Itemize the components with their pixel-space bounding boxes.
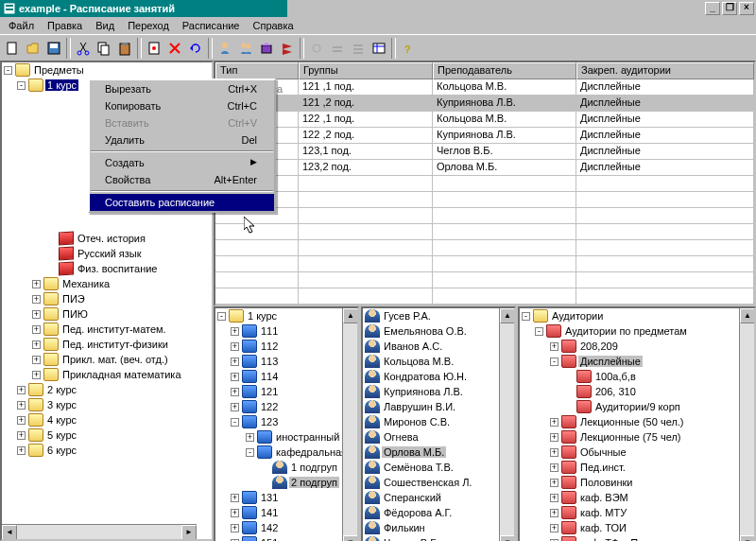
tree-folder[interactable]: Механика: [60, 278, 112, 289]
vscrollbar[interactable]: ▲▼: [499, 308, 514, 541]
ctx-make-schedule[interactable]: Составить расписание: [90, 194, 274, 211]
group-folder[interactable]: 142: [259, 522, 280, 533]
room-cat[interactable]: Половинки: [578, 477, 634, 488]
vscrollbar[interactable]: ▲▼: [342, 308, 357, 541]
tree-subject[interactable]: Физ. воспитание: [76, 263, 159, 274]
tree-folder[interactable]: Пед. институт-физики: [60, 339, 170, 350]
nav4-icon[interactable]: [277, 38, 298, 59]
teacher-item[interactable]: Иванов А.С.: [382, 340, 444, 352]
expand-icon[interactable]: +: [17, 431, 26, 440]
room-cat[interactable]: Обычные: [578, 446, 628, 458]
teacher-item[interactable]: Кондратова Ю.Н.: [382, 371, 469, 382]
teacher-item[interactable]: Гусев Р.А.: [382, 310, 433, 322]
hscrollbar[interactable]: ◄►: [2, 524, 197, 539]
room-cat[interactable]: Лекционные (50 чел.): [578, 416, 686, 428]
teacher-item[interactable]: Лаврушин В.И.: [382, 401, 457, 412]
group-sub[interactable]: кафедральная: [274, 446, 349, 458]
nav1-icon[interactable]: [215, 38, 235, 59]
teacher-item[interactable]: Семёнова Т.В.: [382, 462, 455, 473]
table-row[interactable]: 122 ,1 под.Кольцова М.В.Дисплейные: [215, 112, 754, 128]
table-row[interactable]: [215, 240, 754, 256]
subgroup[interactable]: 2 подгруп: [289, 477, 339, 488]
menu-edit[interactable]: Правка: [41, 19, 89, 32]
open-icon[interactable]: [23, 38, 43, 59]
undo-icon[interactable]: [185, 38, 206, 59]
tree-subject[interactable]: Русский язык: [76, 248, 144, 259]
teacher-item[interactable]: Сперанский: [382, 492, 443, 503]
table-row[interactable]: [215, 176, 754, 192]
column-type[interactable]: Тип: [215, 62, 299, 79]
expand-icon[interactable]: +: [17, 401, 26, 410]
room-item[interactable]: 100а,б,в: [593, 371, 638, 382]
expand-icon[interactable]: -: [17, 81, 26, 90]
table-row[interactable]: 122 ,2 под.Куприянова Л.В.Дисплейные: [215, 128, 754, 144]
vscrollbar[interactable]: ▲▼: [739, 308, 754, 541]
menu-schedule[interactable]: Расписание: [176, 19, 247, 32]
prop-icon[interactable]: [144, 38, 164, 59]
group-folder[interactable]: 113: [259, 356, 280, 367]
expand-icon[interactable]: +: [32, 371, 41, 379]
room-cat[interactable]: каф. ВЭМ: [578, 492, 630, 503]
table-row[interactable]: [215, 288, 754, 305]
expand-icon[interactable]: +: [32, 340, 41, 349]
tree-kurs[interactable]: 6 курс: [45, 445, 78, 456]
teacher-item[interactable]: Куприянова Л.В.: [382, 386, 465, 397]
close-button[interactable]: ×: [739, 2, 754, 15]
groups-tree[interactable]: -1 курс+111+112+113+114+121+122-123+инос…: [214, 306, 359, 541]
expand-icon[interactable]: +: [32, 325, 41, 334]
expand-icon[interactable]: +: [17, 386, 26, 394]
help-icon[interactable]: ?: [398, 38, 419, 59]
room-cat[interactable]: Дисплейные: [578, 356, 643, 367]
ctx-copy[interactable]: КопироватьCtrl+C: [90, 97, 274, 114]
cut-icon[interactable]: [73, 38, 94, 59]
tree-folder[interactable]: ПИЭ: [60, 293, 87, 305]
column-teacher[interactable]: Преподаватель: [433, 62, 576, 79]
tree-kurs[interactable]: 3 курс: [45, 399, 78, 410]
tree-folder[interactable]: Прикладная математика: [60, 369, 183, 380]
maximize-button[interactable]: ❐: [722, 2, 737, 15]
menu-help[interactable]: Справка: [246, 19, 300, 32]
ctx-properties[interactable]: СвойстваAlt+Enter: [90, 171, 274, 188]
group-folder[interactable]: 114: [259, 371, 280, 382]
tool2-icon[interactable]: [327, 38, 348, 59]
expand-icon[interactable]: +: [32, 310, 41, 319]
table-row[interactable]: [215, 224, 754, 240]
tree-root[interactable]: Предметы: [32, 64, 86, 76]
tree-root[interactable]: 1 курс: [246, 310, 279, 322]
menu-go[interactable]: Переход: [121, 19, 176, 32]
tool4-icon[interactable]: [369, 38, 389, 59]
group-sub[interactable]: иностранный: [274, 431, 341, 443]
expand-icon[interactable]: +: [32, 295, 41, 304]
room-cat[interactable]: каф. МТУ: [578, 507, 628, 518]
tree-kurs[interactable]: 2 курс: [45, 384, 78, 395]
tool3-icon[interactable]: [348, 38, 369, 59]
nav2-icon[interactable]: [235, 38, 256, 59]
paste-icon[interactable]: [114, 38, 135, 59]
group-folder[interactable]: 141: [259, 507, 280, 518]
teacher-item[interactable]: Орлова М.Б.: [382, 446, 446, 458]
table-row[interactable]: [215, 256, 754, 272]
copy-icon[interactable]: [94, 38, 114, 59]
tree-kurs[interactable]: 4 курс: [45, 414, 78, 426]
rooms-tree[interactable]: -Аудитории-Аудитории по предметам+208,20…: [518, 306, 756, 541]
group-folder[interactable]: 111: [259, 325, 280, 337]
tree-kurs1[interactable]: 1 курс: [45, 79, 78, 91]
table-row[interactable]: 123,2 под.Орлова М.Б.Дисплейные: [215, 160, 754, 176]
group-folder[interactable]: 121: [259, 386, 280, 397]
table-row[interactable]: 123,1 под.Чеглов В.Б.Дисплейные: [215, 144, 754, 160]
teacher-item[interactable]: Сошественская Л.: [382, 477, 473, 488]
teacher-item[interactable]: Филькин: [382, 522, 427, 533]
room-item[interactable]: Аудитории/9 корп: [593, 401, 682, 412]
menu-view[interactable]: Вид: [89, 19, 121, 32]
tree-folder[interactable]: Пед. институт-матем.: [60, 323, 168, 335]
group-folder[interactable]: 123: [259, 416, 280, 428]
expand-icon[interactable]: +: [17, 446, 26, 455]
table-row[interactable]: [215, 272, 754, 288]
room-cat[interactable]: каф. ТОИ: [578, 522, 628, 533]
tree-subject[interactable]: Отеч. история: [76, 233, 147, 244]
new-icon[interactable]: [2, 38, 23, 59]
table-row[interactable]: 121 ,2 под.Куприянова Л.В.Дисплейные: [215, 96, 754, 112]
subgroup[interactable]: 1 подгруп: [289, 462, 339, 473]
room-cat[interactable]: Лекционные (75 чел): [578, 431, 682, 443]
save-icon[interactable]: [43, 38, 64, 59]
